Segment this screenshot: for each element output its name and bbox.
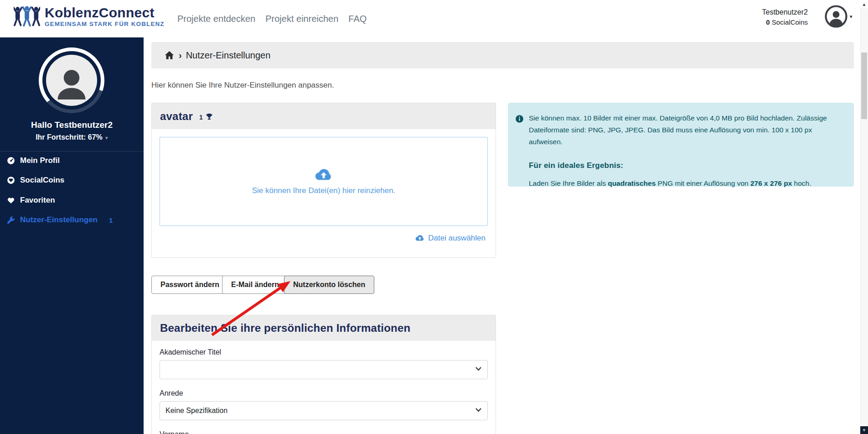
personal-info-card-title: Bearbeiten Sie ihre persönlichen Informa… — [160, 322, 410, 335]
sidebar-item-badge: 1 — [109, 216, 113, 224]
sidebar-greeting: Hallo Testbenutzer2 — [0, 120, 144, 130]
person-icon — [50, 62, 93, 106]
coins-label: SocialCoins — [772, 18, 808, 26]
sidebar-item-label: SocialCoins — [20, 176, 64, 185]
field-label-akademischer-titel: Akademischer Titel — [160, 348, 488, 356]
breadcrumb: › Nutzer-Einstellungen — [151, 42, 854, 68]
logo-tagline: GEMEINSAM STARK FÜR KOBLENZ — [45, 21, 165, 27]
top-nav: Projekte entdecken Projekt einreichen FA… — [177, 0, 367, 37]
alert-line2-suffix: hoch. — [792, 179, 811, 187]
tachometer-icon — [7, 157, 15, 165]
change-password-button[interactable]: Passwort ändern — [151, 276, 228, 294]
coins-value: 0 — [766, 18, 770, 26]
sidebar-item-socialcoins[interactable]: SocialCoins — [0, 173, 144, 188]
alert-subheading: Für ein ideales Ergebnis: — [529, 160, 840, 172]
dropzone-text: Sie können Ihre Datei(en) hier reinziehe… — [252, 186, 396, 195]
field-label-anrede: Anrede — [160, 389, 488, 397]
upload-info-alert: Sie können max. 10 Bilder mit einer max.… — [508, 103, 854, 187]
alert-line1: Sie können max. 10 Bilder mit einer max.… — [529, 112, 840, 148]
sidebar-progress-toggle[interactable]: Ihr Fortschritt: 67%▾ — [0, 133, 144, 141]
personal-info-card-header: Bearbeiten Sie ihre persönlichen Informa… — [152, 315, 496, 341]
cloud-upload-icon — [315, 168, 333, 182]
user-info: Testbenutzer2 0 SocialCoins — [762, 7, 808, 27]
page: KoblenzConnect GEMEINSAM STARK FÜR KOBLE… — [0, 0, 868, 434]
sidebar-item-label: Favoriten — [20, 196, 55, 205]
choose-file-link[interactable]: Datei auswählen — [152, 234, 486, 243]
field-label-vorname: Vorname — [160, 430, 488, 434]
profile-progress-ring — [39, 47, 104, 113]
change-email-button[interactable]: E-Mail ändern — [222, 276, 288, 294]
alert-line2-prefix: Laden Sie Ihre Bilder als — [529, 179, 608, 187]
heart-icon — [7, 196, 15, 204]
file-dropzone[interactable]: Sie können Ihre Datei(en) hier reinziehe… — [160, 137, 488, 226]
avatar-card: avatar 1 Sie können Ihre Datei(en) hier … — [151, 103, 496, 258]
user-avatar-icon[interactable] — [824, 5, 848, 28]
scrollbar-thumb[interactable] — [861, 52, 867, 119]
sidebar-item-label: Nutzer-Einstellungen — [20, 215, 98, 225]
nav-projekte-entdecken[interactable]: Projekte entdecken — [177, 14, 255, 24]
wrench-icon — [7, 216, 15, 224]
alert-line2: Laden Sie Ihre Bilder als quadratisches … — [529, 178, 840, 189]
top-header: KoblenzConnect GEMEINSAM STARK FÜR KOBLE… — [0, 0, 860, 37]
breadcrumb-current: Nutzer-Einstellungen — [186, 50, 271, 61]
sidebar-divider — [0, 151, 144, 152]
sidebar-item-label: Mein Profil — [20, 156, 60, 165]
breadcrumb-separator: › — [179, 50, 182, 61]
chevron-down-icon — [475, 408, 481, 412]
choose-file-label: Datei auswählen — [428, 234, 486, 243]
scrollbar-up-arrow[interactable]: ▲ — [860, 0, 868, 8]
progress-label: Ihr Fortschritt: 67% — [36, 133, 103, 141]
cloud-upload-icon — [415, 235, 424, 242]
scrollbar-down-arrow[interactable]: ▼ — [860, 426, 868, 434]
info-icon — [515, 115, 524, 123]
select-value: Keine Spezifikation — [165, 407, 227, 415]
anrede-select[interactable]: Keine Spezifikation — [160, 401, 488, 420]
chevron-down-icon — [475, 367, 481, 371]
user-name: Testbenutzer2 — [762, 7, 808, 17]
personal-info-card: Bearbeiten Sie ihre persönlichen Informa… — [151, 315, 496, 434]
home-icon[interactable] — [164, 50, 175, 61]
nav-projekt-einreichen[interactable]: Projekt einreichen — [265, 14, 338, 24]
sidebar-item-mein-profil[interactable]: Mein Profil — [0, 153, 144, 168]
logo-people-icon — [14, 6, 40, 27]
logo-title: KoblenzConnect — [45, 5, 165, 20]
nav-faq[interactable]: FAQ — [348, 14, 367, 24]
alert-line2-bold1: quadratisches — [608, 179, 656, 187]
sidebar-avatar — [46, 55, 97, 106]
alert-line2-bold2: 276 x 276 px — [750, 179, 792, 187]
sidebar-item-nutzer-einstellungen[interactable]: Nutzer-Einstellungen 1 — [0, 212, 144, 228]
trophy-icon — [206, 113, 213, 120]
delete-account-button[interactable]: Nutzerkonto löschen — [284, 276, 374, 294]
user-coins: 0 SocialCoins — [762, 17, 808, 27]
chevron-down-icon: ▾ — [105, 135, 108, 141]
page-intro-text: Hier können Sie Ihre Nutzer-Einstellunge… — [151, 81, 334, 90]
sidebar-item-favoriten[interactable]: Favoriten — [0, 193, 144, 208]
avatar-card-header: avatar 1 — [152, 103, 496, 129]
avatar-count: 1 — [199, 114, 203, 121]
akademischer-titel-select[interactable] — [160, 360, 488, 379]
user-menu-caret-icon[interactable]: ▾ — [850, 14, 852, 20]
alert-line2-mid: PNG mit einer Auflösung von — [656, 179, 750, 187]
logo[interactable]: KoblenzConnect GEMEINSAM STARK FÜR KOBLE… — [14, 5, 165, 27]
coin-heart-icon — [7, 176, 15, 184]
avatar-card-title: avatar — [160, 110, 193, 123]
